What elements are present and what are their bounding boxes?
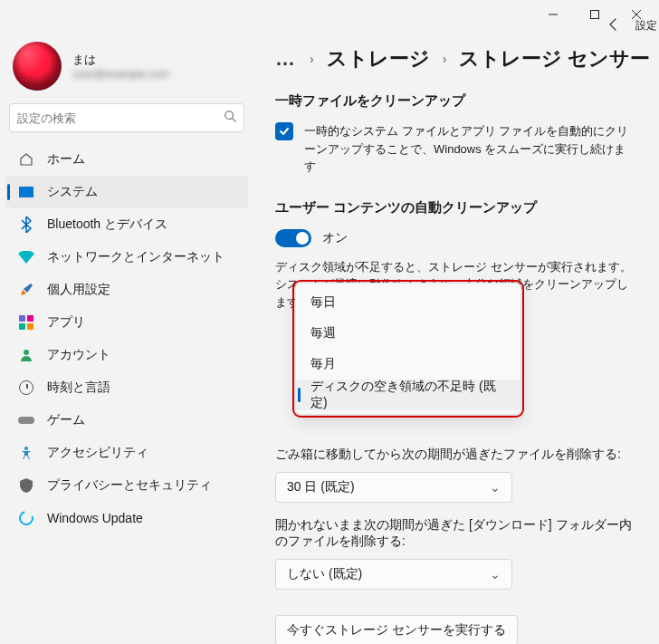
nav-windows-update[interactable]: Windows Update	[5, 502, 248, 534]
chevron-right-icon: ›	[310, 52, 314, 66]
schedule-dropdown[interactable]: 毎日 毎週 毎月 ディスクの空き領域の不足時 (既定)	[295, 283, 521, 415]
schedule-option-monthly[interactable]: 毎月	[296, 349, 521, 380]
nav-label: アカウント	[47, 347, 110, 363]
nav-privacy[interactable]: プライバシーとセキュリティ	[5, 469, 248, 502]
system-icon	[18, 184, 34, 200]
avatar	[13, 42, 62, 91]
nav-label: 時刻と言語	[47, 380, 110, 396]
auto-clean-temp-label: 一時的なシステム ファイルとアプリ ファイルを自動的にクリーンアップすることで、…	[304, 122, 635, 176]
update-icon	[18, 510, 34, 526]
network-icon	[18, 249, 34, 265]
chevron-down-icon: ⌄	[490, 480, 501, 495]
nav-label: ホーム	[47, 151, 85, 168]
nav-personalization[interactable]: 個人用設定	[5, 274, 248, 306]
auto-clean-temp-checkbox[interactable]	[275, 122, 293, 140]
window-titlebar: 設定	[0, 0, 659, 29]
recycle-select[interactable]: 30 日 (既定) ⌄	[275, 472, 512, 503]
breadcrumb-storage[interactable]: ストレージ	[327, 45, 430, 72]
svg-point-2	[24, 350, 29, 355]
svg-point-1	[225, 111, 234, 120]
chevron-down-icon: ⌄	[490, 567, 501, 582]
sidebar: まは user@example.com ホーム システム	[0, 29, 253, 644]
run-storage-sense-button[interactable]: 今すぐストレージ センサーを実行する	[275, 615, 518, 644]
svg-point-4	[24, 447, 28, 450]
search-box[interactable]	[9, 103, 244, 132]
nav-account[interactable]: アカウント	[5, 339, 248, 371]
nav-game[interactable]: ゲーム	[5, 404, 248, 437]
svg-rect-3	[18, 417, 34, 424]
breadcrumb: … › ストレージ › ストレージ センサー	[275, 45, 635, 72]
accessibility-icon	[18, 445, 34, 461]
toggle-state-label: オン	[322, 230, 348, 246]
nav-label: アプリ	[47, 314, 85, 331]
apps-icon	[18, 314, 34, 331]
search-input[interactable]	[17, 111, 224, 125]
recycle-label: ごみ箱に移動してから次の期間が過ぎたファイルを削除する:	[275, 447, 635, 463]
nav-label: プライバシーとセキュリティ	[47, 477, 212, 494]
nav-label: Windows Update	[47, 511, 143, 525]
downloads-select[interactable]: しない (既定) ⌄	[275, 559, 512, 590]
nav-label: 個人用設定	[47, 282, 110, 298]
downloads-label: 開かれないまま次の期間が過ぎた [ダウンロード] フォルダー内のファイルを削除す…	[275, 517, 635, 550]
schedule-option-weekly[interactable]: 毎週	[296, 318, 521, 349]
page-title: ストレージ センサー	[459, 45, 650, 72]
section-temp-heading: 一時ファイルをクリーンアップ	[275, 92, 635, 110]
nav: ホーム システム Bluetooth とデバイス ネットワークとインターネット …	[5, 141, 248, 534]
auto-clean-toggle[interactable]	[275, 229, 311, 247]
schedule-option-low-space[interactable]: ディスクの空き領域の不足時 (既定)	[296, 380, 521, 410]
clock-icon	[18, 380, 34, 396]
select-value: しない (既定)	[287, 566, 362, 582]
nav-apps[interactable]: アプリ	[5, 306, 248, 339]
nav-label: システム	[47, 184, 98, 200]
schedule-option-daily[interactable]: 毎日	[296, 287, 521, 318]
shield-icon	[18, 477, 34, 494]
chevron-right-icon: ›	[443, 52, 447, 66]
user-block[interactable]: まは user@example.com	[5, 38, 248, 103]
breadcrumb-ellipsis[interactable]: …	[275, 47, 297, 71]
nav-time-language[interactable]: 時刻と言語	[5, 371, 248, 404]
nav-label: ゲーム	[47, 412, 85, 428]
button-label: 今すぐストレージ センサーを実行する	[287, 622, 506, 639]
bluetooth-icon	[18, 216, 34, 233]
user-name: まは	[72, 52, 169, 68]
search-icon	[224, 110, 236, 126]
section-auto-heading: ユーザー コンテンツの自動クリーンアップ	[275, 199, 635, 216]
nav-home[interactable]: ホーム	[5, 143, 248, 176]
nav-bluetooth[interactable]: Bluetooth とデバイス	[5, 208, 248, 241]
home-icon	[18, 151, 34, 168]
nav-network[interactable]: ネットワークとインターネット	[5, 241, 248, 274]
personalization-icon	[18, 282, 34, 298]
user-sub: user@example.com	[72, 68, 169, 81]
account-icon	[18, 347, 34, 363]
game-icon	[18, 412, 34, 428]
nav-label: ネットワークとインターネット	[47, 249, 224, 265]
nav-label: Bluetooth とデバイス	[47, 216, 167, 233]
nav-label: アクセシビリティ	[47, 445, 148, 461]
minimize-button[interactable]	[532, 0, 574, 29]
nav-system[interactable]: システム	[5, 176, 248, 208]
select-value: 30 日 (既定)	[287, 479, 355, 495]
nav-accessibility[interactable]: アクセシビリティ	[5, 437, 248, 469]
